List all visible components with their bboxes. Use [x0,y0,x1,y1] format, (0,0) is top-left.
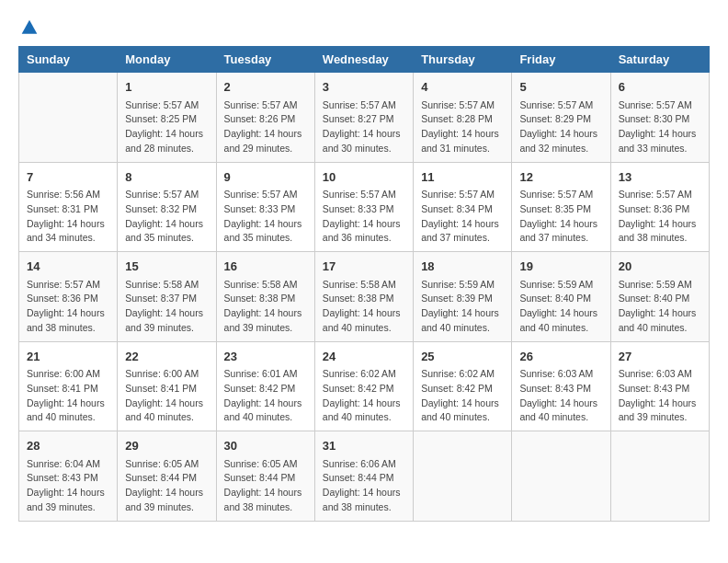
day-content: Sunrise: 6:01 AM Sunset: 8:42 PM Dayligh… [224,367,307,425]
day-number: 7 [27,168,109,187]
day-content: Sunrise: 6:05 AM Sunset: 8:44 PM Dayligh… [125,457,208,515]
weekday-header-tuesday: Tuesday [216,47,314,73]
calendar-cell: 24Sunrise: 6:02 AM Sunset: 8:42 PM Dayli… [314,341,413,431]
day-content: Sunrise: 5:57 AM Sunset: 8:27 PM Dayligh… [323,98,405,156]
day-number: 20 [619,258,701,276]
calendar-cell: 10Sunrise: 5:57 AM Sunset: 8:33 PM Dayli… [314,162,413,252]
calendar-cell: 1Sunrise: 5:57 AM Sunset: 8:25 PM Daylig… [118,73,216,163]
calendar-cell: 13Sunrise: 5:57 AM Sunset: 8:36 PM Dayli… [610,162,709,252]
calendar-cell: 28Sunrise: 6:04 AM Sunset: 8:43 PM Dayli… [19,431,118,522]
weekday-header-saturday: Saturday [610,47,709,73]
logo [18,18,39,37]
day-content: Sunrise: 5:57 AM Sunset: 8:36 PM Dayligh… [619,188,701,246]
day-content: Sunrise: 5:57 AM Sunset: 8:35 PM Dayligh… [519,188,602,246]
calendar-cell [414,431,512,522]
day-number: 5 [519,78,602,97]
day-number: 26 [519,348,602,366]
weekday-header-friday: Friday [512,47,610,73]
day-number: 28 [27,437,109,455]
day-content: Sunrise: 5:58 AM Sunset: 8:38 PM Dayligh… [224,278,307,336]
day-number: 17 [323,258,405,276]
week-row-4: 21Sunrise: 6:00 AM Sunset: 8:41 PM Dayli… [19,341,710,431]
calendar-table: SundayMondayTuesdayWednesdayThursdayFrid… [18,46,710,522]
logo-icon [20,18,39,37]
weekday-header-thursday: Thursday [414,47,512,73]
day-number: 25 [421,348,504,366]
calendar-cell: 15Sunrise: 5:58 AM Sunset: 8:37 PM Dayli… [118,252,216,342]
calendar-cell: 21Sunrise: 6:00 AM Sunset: 8:41 PM Dayli… [19,341,118,431]
calendar-cell: 18Sunrise: 5:59 AM Sunset: 8:39 PM Dayli… [414,252,512,342]
week-row-1: 1Sunrise: 5:57 AM Sunset: 8:25 PM Daylig… [19,73,710,163]
day-number: 27 [619,348,701,366]
calendar-cell: 6Sunrise: 5:57 AM Sunset: 8:30 PM Daylig… [610,73,709,163]
day-content: Sunrise: 6:00 AM Sunset: 8:41 PM Dayligh… [27,367,109,425]
calendar-cell: 7Sunrise: 5:56 AM Sunset: 8:31 PM Daylig… [19,162,118,252]
day-content: Sunrise: 5:57 AM Sunset: 8:29 PM Dayligh… [519,98,602,156]
calendar-cell [512,431,610,522]
day-number: 1 [125,78,208,97]
weekday-header-monday: Monday [118,47,216,73]
day-number: 3 [323,78,405,97]
day-content: Sunrise: 5:59 AM Sunset: 8:39 PM Dayligh… [421,278,504,336]
calendar-cell: 31Sunrise: 6:06 AM Sunset: 8:44 PM Dayli… [314,431,413,522]
day-number: 18 [421,258,504,276]
week-row-5: 28Sunrise: 6:04 AM Sunset: 8:43 PM Dayli… [19,431,710,522]
day-number: 22 [125,348,208,366]
day-content: Sunrise: 5:57 AM Sunset: 8:33 PM Dayligh… [224,188,307,246]
calendar-cell: 9Sunrise: 5:57 AM Sunset: 8:33 PM Daylig… [216,162,314,252]
day-content: Sunrise: 6:05 AM Sunset: 8:44 PM Dayligh… [224,457,307,515]
calendar-cell: 5Sunrise: 5:57 AM Sunset: 8:29 PM Daylig… [512,73,610,163]
day-content: Sunrise: 6:02 AM Sunset: 8:42 PM Dayligh… [421,367,504,425]
day-number: 12 [519,168,602,187]
day-number: 15 [125,258,208,276]
calendar-cell: 23Sunrise: 6:01 AM Sunset: 8:42 PM Dayli… [216,341,314,431]
calendar-cell: 2Sunrise: 5:57 AM Sunset: 8:26 PM Daylig… [216,73,314,163]
calendar-cell: 8Sunrise: 5:57 AM Sunset: 8:32 PM Daylig… [118,162,216,252]
day-content: Sunrise: 5:57 AM Sunset: 8:25 PM Dayligh… [125,98,208,156]
day-number: 4 [421,78,504,97]
svg-marker-0 [22,20,38,34]
day-content: Sunrise: 6:02 AM Sunset: 8:42 PM Dayligh… [323,367,405,425]
day-content: Sunrise: 5:59 AM Sunset: 8:40 PM Dayligh… [519,278,602,336]
day-number: 23 [224,348,307,366]
day-number: 2 [224,78,307,97]
day-content: Sunrise: 5:58 AM Sunset: 8:38 PM Dayligh… [323,278,405,336]
day-content: Sunrise: 6:06 AM Sunset: 8:44 PM Dayligh… [323,457,405,515]
weekday-header-sunday: Sunday [19,47,118,73]
day-number: 9 [224,168,307,187]
day-number: 14 [27,258,109,276]
calendar-cell: 11Sunrise: 5:57 AM Sunset: 8:34 PM Dayli… [414,162,512,252]
calendar-cell: 3Sunrise: 5:57 AM Sunset: 8:27 PM Daylig… [314,73,413,163]
day-content: Sunrise: 5:57 AM Sunset: 8:32 PM Dayligh… [125,188,208,246]
day-content: Sunrise: 5:59 AM Sunset: 8:40 PM Dayligh… [619,278,701,336]
calendar-cell: 25Sunrise: 6:02 AM Sunset: 8:42 PM Dayli… [414,341,512,431]
day-content: Sunrise: 6:03 AM Sunset: 8:43 PM Dayligh… [519,367,602,425]
week-row-2: 7Sunrise: 5:56 AM Sunset: 8:31 PM Daylig… [19,162,710,252]
day-content: Sunrise: 6:03 AM Sunset: 8:43 PM Dayligh… [619,367,701,425]
day-number: 31 [323,437,405,455]
weekday-header-row: SundayMondayTuesdayWednesdayThursdayFrid… [19,47,710,73]
day-content: Sunrise: 5:57 AM Sunset: 8:26 PM Dayligh… [224,98,307,156]
day-number: 30 [224,437,307,455]
day-number: 16 [224,258,307,276]
day-content: Sunrise: 6:00 AM Sunset: 8:41 PM Dayligh… [125,367,208,425]
calendar-cell: 16Sunrise: 5:58 AM Sunset: 8:38 PM Dayli… [216,252,314,342]
calendar-cell: 12Sunrise: 5:57 AM Sunset: 8:35 PM Dayli… [512,162,610,252]
day-content: Sunrise: 5:57 AM Sunset: 8:34 PM Dayligh… [421,188,504,246]
calendar-cell: 14Sunrise: 5:57 AM Sunset: 8:36 PM Dayli… [19,252,118,342]
calendar-cell [19,73,118,163]
day-number: 13 [619,168,701,187]
day-number: 11 [421,168,504,187]
calendar-cell: 22Sunrise: 6:00 AM Sunset: 8:41 PM Dayli… [118,341,216,431]
calendar-cell: 19Sunrise: 5:59 AM Sunset: 8:40 PM Dayli… [512,252,610,342]
calendar-cell: 17Sunrise: 5:58 AM Sunset: 8:38 PM Dayli… [314,252,413,342]
day-number: 21 [27,348,109,366]
day-number: 6 [619,78,701,97]
page-header [18,18,710,37]
calendar-cell: 27Sunrise: 6:03 AM Sunset: 8:43 PM Dayli… [610,341,709,431]
calendar-cell: 4Sunrise: 5:57 AM Sunset: 8:28 PM Daylig… [414,73,512,163]
day-number: 19 [519,258,602,276]
calendar-cell: 26Sunrise: 6:03 AM Sunset: 8:43 PM Dayli… [512,341,610,431]
day-content: Sunrise: 6:04 AM Sunset: 8:43 PM Dayligh… [27,457,109,515]
day-number: 24 [323,348,405,366]
